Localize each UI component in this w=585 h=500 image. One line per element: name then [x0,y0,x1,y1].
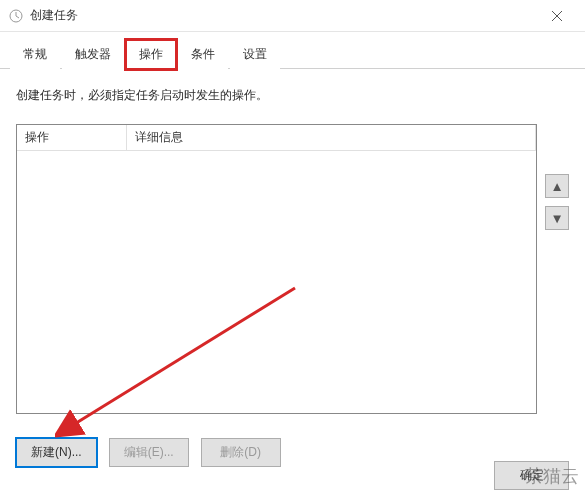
tab-conditions[interactable]: 条件 [178,40,228,69]
tab-content: 创建任务时，必须指定任务启动时发生的操作。 操作 详细信息 ▲ ▼ [0,69,585,424]
new-button[interactable]: 新建(N)... [16,438,97,467]
table-header: 操作 详细信息 [17,125,536,151]
move-up-button[interactable]: ▲ [545,174,569,198]
move-down-button[interactable]: ▼ [545,206,569,230]
clock-icon [8,8,24,24]
titlebar: 创建任务 [0,0,585,32]
tab-strip: 常规 触发器 操作 条件 设置 [0,35,585,69]
dialog-footer: 确定 [494,461,569,490]
column-header-details[interactable]: 详细信息 [127,125,536,150]
tab-general[interactable]: 常规 [10,40,60,69]
delete-button[interactable]: 删除(D) [201,438,281,467]
table-body[interactable] [17,151,536,411]
tab-settings[interactable]: 设置 [230,40,280,69]
tab-triggers[interactable]: 触发器 [62,40,124,69]
window-title: 创建任务 [30,7,537,24]
actions-table[interactable]: 操作 详细信息 [16,124,537,414]
edit-button[interactable]: 编辑(E)... [109,438,189,467]
reorder-buttons: ▲ ▼ [545,124,569,414]
column-header-action[interactable]: 操作 [17,125,127,150]
instruction-text: 创建任务时，必须指定任务启动时发生的操作。 [16,87,569,104]
close-button[interactable] [537,0,577,32]
ok-button[interactable]: 确定 [494,461,569,490]
tab-actions[interactable]: 操作 [126,40,176,69]
